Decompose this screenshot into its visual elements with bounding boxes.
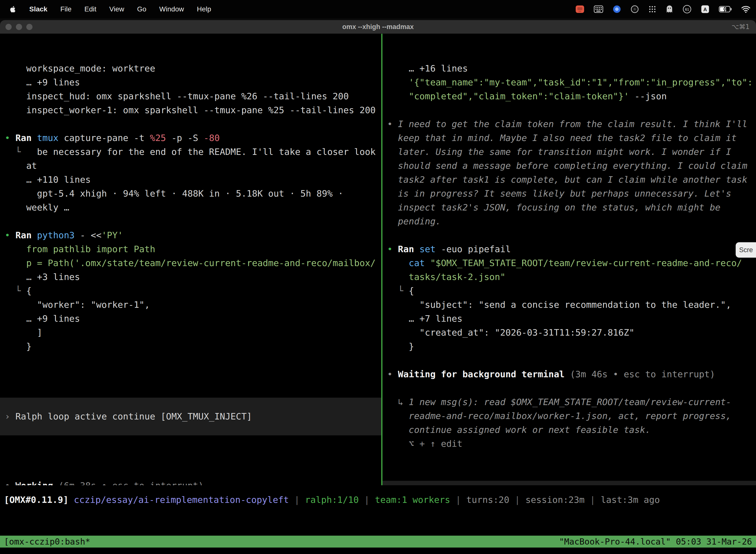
terminal-line: ↳ 1 new msg(s): read $OMX_TEAM_STATE_ROO… xyxy=(387,395,756,409)
input-source-icon[interactable]: A xyxy=(701,5,709,13)
terminal-line: └ { xyxy=(5,284,381,298)
tmux-host-clock: "MacBook-Pro-44.local" 05:03 31-Mar-26 xyxy=(559,536,752,548)
terminal-line: … +9 lines xyxy=(5,312,381,326)
terminal-line: ⌥ + ↑ edit xyxy=(387,437,756,451)
right-terminal-output: … +16 lines '{"team_name":"my-team","tas… xyxy=(387,62,756,451)
menu-item-help[interactable]: Help xyxy=(197,5,211,13)
menu-item-go[interactable]: Go xyxy=(137,5,146,13)
tmux-status-bar: [omx-cczip0:bash* "MacBook-Pro-44.local"… xyxy=(0,536,756,548)
terminal-line: "completed","claim_token":"claim-token"}… xyxy=(387,89,756,103)
minimize-button[interactable] xyxy=(16,24,22,30)
terminal-line: inspect_worker-1: omx sparkshell --tmux-… xyxy=(5,103,381,117)
terminal-line: "created_at": "2026-03-31T11:59:27.816Z" xyxy=(387,326,756,340)
window-title: omx --xhigh --madmax xyxy=(342,23,414,31)
terminal-line: └ { xyxy=(387,284,756,298)
terminal-line: tasks/task-2.json" xyxy=(387,270,756,284)
left-terminal-output: workspace_mode: worktree … +9 lines insp… xyxy=(5,62,381,367)
zoom-button[interactable] xyxy=(26,24,33,30)
terminal-line: at xyxy=(5,159,381,173)
terminal-line: … +3 lines xyxy=(5,270,381,284)
terminal-line: • Ran set -euo pipefail xyxy=(387,242,756,256)
terminal-line: • Waiting for background terminal (3m 46… xyxy=(387,367,756,381)
terminal-line: later. Using the same for transition mig… xyxy=(387,145,756,159)
terminal-line: inspect_hud: omx sparkshell --tmux-pane … xyxy=(5,89,381,103)
terminal-line: "worker": "worker-1", xyxy=(5,298,381,312)
terminal-line: task2 after task1 is complete, but can I… xyxy=(387,173,756,187)
terminal-line: } xyxy=(5,340,381,353)
terminal-line: cat "$OMX_TEAM_STATE_ROOT/team/review-cu… xyxy=(387,256,756,270)
terminal-line: … +9 lines xyxy=(5,75,381,89)
screen-notification-peek[interactable]: Scre xyxy=(736,242,756,258)
terminal-line: • I need to get the claim token from the… xyxy=(387,117,756,131)
battery-percent-label: 61 xyxy=(685,7,689,11)
input-source-label: A xyxy=(703,7,707,12)
terminal-line: └ be necessary for the end of the README… xyxy=(5,145,381,159)
terminal-line: keep that in mind. Maybe I also need the… xyxy=(387,131,756,145)
terminal-line: p = Path('.omx/state/team/review-current… xyxy=(5,256,381,270)
terminal-line: inspect task2's JSON, focusing on the st… xyxy=(387,201,756,214)
menu-bar: Slack File Edit View Go Window Help 61 A xyxy=(0,0,756,18)
terminal-line xyxy=(387,353,756,367)
terminal-line: … +16 lines xyxy=(387,62,756,75)
dots-grid-icon[interactable] xyxy=(648,5,656,13)
close-button[interactable] xyxy=(5,24,12,30)
terminal-line: weekly … xyxy=(5,201,381,214)
terminal-line: … +110 lines xyxy=(5,173,381,187)
terminal-line xyxy=(5,117,381,131)
injected-message-banner: › Ralph loop active continue [OMX_TMUX_I… xyxy=(0,398,381,435)
prompt-input-right[interactable]: › Explain this codebase xyxy=(382,481,756,485)
menu-bar-left: Slack File Edit View Go Window Help xyxy=(0,5,211,13)
terminal-line xyxy=(387,103,756,117)
menu-item-edit[interactable]: Edit xyxy=(84,5,96,13)
menu-item-view[interactable]: View xyxy=(109,5,124,13)
terminal-line: … +7 lines xyxy=(387,312,756,326)
menu-item-slack[interactable]: Slack xyxy=(29,5,47,13)
terminal-line: is in progress? It seems likely but perh… xyxy=(387,187,756,201)
terminal-line: ] xyxy=(5,326,381,340)
wifi-icon[interactable] xyxy=(741,5,751,13)
terminal-line: • Ran tmux capture-pane -t %25 -p -S -80 xyxy=(5,131,381,145)
battery-percent-badge[interactable]: 61 xyxy=(683,5,692,14)
terminal-line: continue assigned work or next feasible … xyxy=(387,423,756,437)
terminal-line xyxy=(387,228,756,242)
apple-icon xyxy=(10,5,16,13)
terminal-line xyxy=(5,214,381,228)
apple-menu[interactable] xyxy=(10,5,16,13)
window-shortcut-hint: ⌥⌘1 xyxy=(732,23,750,31)
terminal-line xyxy=(387,381,756,395)
right-terminal-pane[interactable]: … +16 lines '{"team_name":"my-team","tas… xyxy=(382,34,756,485)
battery-icon[interactable] xyxy=(719,6,732,12)
terminal-line: readme-and-reco/mailbox/worker-1.json, a… xyxy=(387,409,756,423)
left-terminal-pane[interactable]: workspace_mode: worktree … +9 lines insp… xyxy=(0,34,381,485)
terminal-line: • Ran python3 - <<'PY' xyxy=(5,228,381,242)
menu-item-window[interactable]: Window xyxy=(159,5,184,13)
working-status-line: • Working (6m 38s • esc to interrupt) xyxy=(5,479,381,485)
omx-status-bar: [OMX#0.11.9] cczip/essay/ai-reimplementa… xyxy=(4,493,660,507)
terminal-line: from pathlib import Path xyxy=(5,242,381,256)
terminal-line: should send a message before completing … xyxy=(387,159,756,173)
recording-indicator-icon[interactable] xyxy=(575,5,584,13)
traffic-lights xyxy=(5,20,33,34)
terminal-line: } xyxy=(387,340,756,353)
menu-bar-status-icons: 61 A xyxy=(575,5,756,14)
terminal-line: '{"team_name":"my-team","task_id":"1","f… xyxy=(387,75,756,89)
ghost-icon[interactable] xyxy=(666,5,673,13)
dark-circle-icon[interactable] xyxy=(630,5,639,13)
terminal-line: gpt-5.4 xhigh · 94% left · 488K in · 5.1… xyxy=(5,187,381,201)
menu-item-file[interactable]: File xyxy=(60,5,71,13)
terminal-line xyxy=(5,353,381,367)
terminal-window: omx --xhigh --madmax ⌥⌘1 workspace_mode:… xyxy=(0,20,756,554)
injected-message-line: › Ralph loop active continue [OMX_TMUX_I… xyxy=(5,409,252,424)
tmux-session-label: [omx-cczip0:bash* xyxy=(4,536,90,548)
window-titlebar[interactable]: omx --xhigh --madmax ⌥⌘1 xyxy=(0,20,756,34)
terminal-line: workspace_mode: worktree xyxy=(5,62,381,75)
terminal-content: workspace_mode: worktree … +9 lines insp… xyxy=(0,34,756,554)
blue-app-icon[interactable] xyxy=(613,5,621,13)
keyboard-grid-icon[interactable] xyxy=(594,5,603,13)
terminal-line: pending. xyxy=(387,214,756,228)
terminal-line: "subject": "send a concise recommendatio… xyxy=(387,298,756,312)
